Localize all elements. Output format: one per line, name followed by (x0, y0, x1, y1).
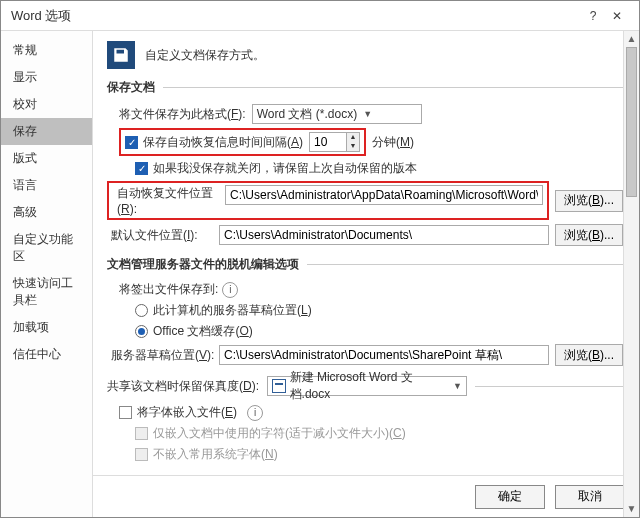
scrollbar-thumb[interactable] (626, 47, 637, 197)
browse-recover-button[interactable]: 浏览(B)... (555, 190, 623, 212)
save-format-combo[interactable]: Word 文档 (*.docx)▼ (252, 104, 422, 124)
sidebar-item-addins[interactable]: 加载项 (1, 314, 92, 341)
recover-path-row: 自动恢复文件位置(R): 浏览(B)... (107, 181, 623, 220)
default-path-input[interactable] (219, 225, 549, 245)
main-panel: 自定义文档保存方式。 保存文档 将文件保存为此格式(F): Word 文档 (*… (93, 31, 639, 517)
section-offline: 文档管理服务器文件的脱机编辑选项 (107, 256, 623, 273)
spinner-up-icon[interactable]: ▲ (347, 133, 359, 142)
vertical-scrollbar[interactable]: ▲ ▼ (623, 31, 639, 517)
sidebar-item-display[interactable]: 显示 (1, 64, 92, 91)
dialog-footer: 确定 取消 (93, 475, 639, 517)
chevron-down-icon: ▼ (363, 109, 372, 119)
autosave-row: ✓ 保存自动恢复信息时间间隔(A) ▲▼ 分钟(M) (107, 128, 623, 156)
body: 常规 显示 校对 保存 版式 语言 高级 自定义功能区 快速访问工具栏 加载项 … (1, 31, 639, 517)
radio-office-cache[interactable]: Office 文档缓存(O) (107, 323, 623, 340)
sidebar-item-qat[interactable]: 快速访问工具栏 (1, 270, 92, 314)
save-format-row: 将文件保存为此格式(F): Word 文档 (*.docx)▼ (107, 104, 623, 124)
highlight-autosave: ✓ 保存自动恢复信息时间间隔(A) ▲▼ (119, 128, 366, 156)
embed-sub2-row: 不嵌入常用系统字体(N) (107, 446, 623, 463)
scroll-up-icon[interactable]: ▲ (624, 31, 639, 47)
sidebar-item-layout[interactable]: 版式 (1, 145, 92, 172)
radio-server-draft[interactable]: 此计算机的服务器草稿位置(L) (107, 302, 623, 319)
save-icon (107, 41, 135, 69)
window-title: Word 选项 (11, 7, 581, 25)
ok-button[interactable]: 确定 (475, 485, 545, 509)
options-dialog: Word 选项 ? ✕ 常规 显示 校对 保存 版式 语言 高级 自定义功能区 … (0, 0, 640, 518)
spinner-down-icon[interactable]: ▼ (347, 142, 359, 151)
autosave-checkbox[interactable]: ✓ 保存自动恢复信息时间间隔(A) (125, 134, 303, 151)
server-draft-row: 服务器草稿位置(V): 浏览(B)... (107, 344, 623, 366)
sidebar-item-save[interactable]: 保存 (1, 118, 92, 145)
titlebar: Word 选项 ? ✕ (1, 1, 639, 31)
sidebar-item-general[interactable]: 常规 (1, 37, 92, 64)
sidebar-item-language[interactable]: 语言 (1, 172, 92, 199)
header-text: 自定义文档保存方式。 (145, 47, 265, 64)
close-icon[interactable]: ✕ (605, 9, 629, 23)
server-draft-input[interactable] (219, 345, 549, 365)
help-icon-checkout[interactable]: i (222, 282, 238, 298)
embed-fonts-row[interactable]: 将字体嵌入文件(E) i (107, 404, 623, 421)
autosave-unit: 分钟(M) (372, 134, 414, 151)
default-path-row: 默认文件位置(I): 浏览(B)... (107, 224, 623, 246)
document-icon (272, 379, 286, 393)
cancel-button[interactable]: 取消 (555, 485, 625, 509)
sidebar-item-proof[interactable]: 校对 (1, 91, 92, 118)
page-header: 自定义文档保存方式。 (107, 41, 623, 69)
keep-last-checkbox[interactable]: ✓ 如果我没保存就关闭，请保留上次自动保留的版本 (135, 160, 417, 177)
share-fidelity-row: 共享该文档时保留保真度(D): 新建 Microsoft Word 文档.doc… (107, 376, 623, 396)
sidebar: 常规 显示 校对 保存 版式 语言 高级 自定义功能区 快速访问工具栏 加载项 … (1, 31, 93, 517)
sidebar-item-trust[interactable]: 信任中心 (1, 341, 92, 368)
embed-sub1-row: 仅嵌入文档中使用的字符(适于减小文件大小)(C) (107, 425, 623, 442)
recover-path-label: 自动恢复文件位置(R): (113, 185, 225, 216)
save-format-label: 将文件保存为此格式(F): (119, 106, 246, 123)
sidebar-item-advanced[interactable]: 高级 (1, 199, 92, 226)
keep-last-row: ✓ 如果我没保存就关闭，请保留上次自动保留的版本 (107, 160, 623, 177)
help-icon[interactable]: ? (581, 9, 605, 23)
browse-default-button[interactable]: 浏览(B)... (555, 224, 623, 246)
autosave-interval-spinner[interactable]: ▲▼ (309, 132, 360, 152)
browse-draft-button[interactable]: 浏览(B)... (555, 344, 623, 366)
server-draft-label: 服务器草稿位置(V): (107, 347, 219, 364)
chevron-down-icon: ▼ (453, 381, 462, 391)
scroll-down-icon[interactable]: ▼ (624, 501, 639, 517)
recover-path-input[interactable] (225, 185, 543, 205)
checkout-label-row: 将签出文件保存到:i (107, 281, 623, 298)
help-icon-embed[interactable]: i (247, 405, 263, 421)
section-save-docs: 保存文档 (107, 79, 623, 96)
share-doc-combo[interactable]: 新建 Microsoft Word 文档.docx▼ (267, 376, 467, 396)
default-path-label: 默认文件位置(I): (107, 227, 219, 244)
sidebar-item-ribbon[interactable]: 自定义功能区 (1, 226, 92, 270)
